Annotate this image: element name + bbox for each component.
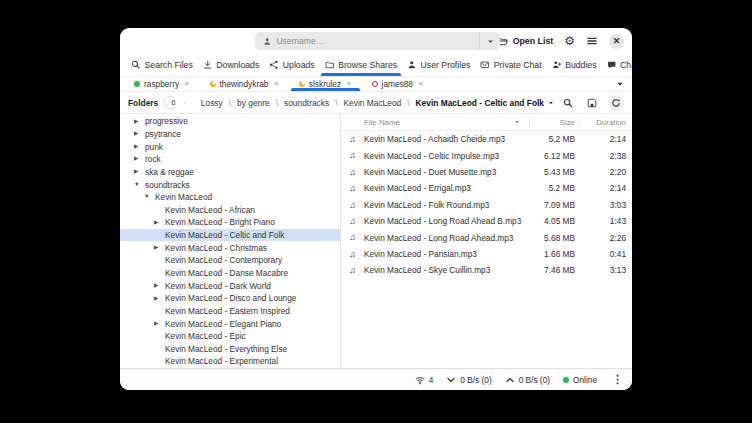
expander-expanded-icon[interactable]: ▼	[144, 194, 155, 200]
open-list-button[interactable]: Open List	[497, 36, 554, 47]
tree-item[interactable]: Kevin MacLeod - Danse Macabre	[120, 267, 340, 280]
tab-user-profiles[interactable]: User Profiles	[402, 54, 475, 76]
tree-item[interactable]: ▶punk	[120, 140, 340, 153]
app-window: Open List ⚙ ✕ Search FilesDownloadsUploa…	[120, 28, 632, 390]
expander-collapsed-icon[interactable]: ▶	[154, 245, 165, 251]
expander-expanded-icon[interactable]: ▼	[134, 182, 145, 188]
table-row[interactable]: ♫Kevin MacLeod - Folk Round.mp37.09 MB3:…	[341, 197, 632, 213]
close-button[interactable]: ✕	[609, 34, 624, 49]
tab-close-icon[interactable]: ✕	[345, 81, 351, 88]
table-row[interactable]: ♫Kevin MacLeod - Errigal.mp35.2 MB2:14	[341, 180, 632, 196]
tree-item[interactable]: Kevin MacLeod - Epic	[120, 330, 340, 343]
breadcrumb-current[interactable]: Kevin MacLeod - Celtic and Folk	[416, 98, 554, 108]
breadcrumb-item[interactable]: Kevin MacLeod	[343, 98, 401, 108]
table-row[interactable]: ♫Kevin MacLeod - Duet Musette.mp35.43 MB…	[341, 164, 632, 180]
expander-collapsed-icon[interactable]: ▶	[154, 283, 165, 289]
tree-item[interactable]: Kevin MacLeod - African	[120, 203, 340, 216]
expander-collapsed-icon[interactable]: ▶	[134, 169, 145, 175]
tab-close-icon[interactable]: ✕	[417, 81, 423, 88]
user-tab-thewindykrab[interactable]: thewindykrab✕	[200, 77, 289, 91]
username-input[interactable]	[276, 36, 471, 46]
titlebar: Open List ⚙ ✕	[120, 28, 632, 54]
tab-private-chat[interactable]: Private Chat	[475, 54, 546, 76]
table-row[interactable]: ♫Kevin MacLeod - Long Road Ahead B.mp34.…	[341, 213, 632, 229]
tree-item-label: Kevin MacLeod - Disco and Lounge	[165, 293, 296, 303]
breadcrumb-item[interactable]: by genre	[237, 98, 270, 108]
breadcrumb-item[interactable]: Lossy	[201, 98, 223, 108]
tab-buddies[interactable]: Buddies	[547, 54, 602, 76]
refresh-button[interactable]	[608, 95, 624, 111]
tab-chat-rooms[interactable]: Chat Rooms	[602, 54, 632, 76]
breadcrumb: Lossy\by genre\soundtracks\Kevin MacLeod…	[201, 98, 554, 108]
table-row[interactable]: ♫Kevin MacLeod - Long Road Ahead.mp35.68…	[341, 229, 632, 245]
user-tab-raspberry[interactable]: raspberry✕	[124, 77, 200, 91]
save-list-button[interactable]	[584, 95, 600, 111]
tab-browse-shares[interactable]: Browse Shares	[320, 54, 402, 76]
tree-item-label: Kevin MacLeod - Christmas	[165, 243, 267, 253]
tree-item[interactable]: ▶rock	[120, 153, 340, 166]
tab-label: Downloads	[216, 60, 259, 70]
user-tab-slskrulez[interactable]: slskrulez✕	[289, 77, 362, 91]
tab-overflow-dropdown-icon[interactable]	[616, 80, 624, 88]
expander-collapsed-icon[interactable]: ▶	[134, 156, 145, 162]
tab-close-icon[interactable]: ✕	[183, 81, 189, 88]
dropdown-arrow-icon	[548, 100, 554, 106]
expander-collapsed-icon[interactable]: ▶	[154, 321, 165, 327]
file-table-header: File Name Size Duration	[341, 114, 632, 131]
breadcrumb-item[interactable]: soundtracks	[284, 98, 329, 108]
music-note-icon: ♫	[341, 233, 364, 242]
table-row[interactable]: ♫Kevin MacLeod - Parisian.mp31.66 MB0:41	[341, 246, 632, 262]
hamburger-menu-icon[interactable]	[586, 35, 598, 47]
file-name-header-label: File Name	[364, 118, 400, 127]
tree-item[interactable]: ▶Kevin MacLeod - Bright Piano	[120, 216, 340, 229]
tree-item-label: punk	[145, 142, 163, 152]
column-header-file-name[interactable]: File Name	[341, 118, 529, 127]
tree-item[interactable]: ▶Kevin MacLeod - Disco and Lounge	[120, 292, 340, 305]
tree-item[interactable]: ▶psytrance	[120, 128, 340, 141]
music-note-icon: ♫	[341, 151, 364, 160]
tab-label: Browse Shares	[338, 60, 397, 70]
file-size-cell: 1.66 MB	[529, 249, 579, 259]
column-header-size[interactable]: Size	[529, 118, 579, 127]
tree-item[interactable]: Kevin MacLeod - Celtic and Folk	[120, 229, 340, 242]
expander-collapsed-icon[interactable]: ▶	[134, 144, 145, 150]
music-note-icon: ♫	[341, 250, 364, 259]
tree-item[interactable]: ▶progressive	[120, 115, 340, 128]
file-duration-cell: 2:14	[579, 134, 632, 144]
username-dropdown-button[interactable]	[479, 32, 500, 50]
tree-item[interactable]: Kevin MacLeod - Eastern Inspired	[120, 305, 340, 318]
expand-all-icon[interactable]	[184, 98, 185, 108]
tree-item[interactable]: ▶ska & reggae	[120, 166, 340, 179]
tree-item[interactable]: ▶Kevin MacLeod - Christmas	[120, 241, 340, 254]
expander-collapsed-icon[interactable]: ▶	[134, 119, 145, 125]
gear-icon[interactable]: ⚙	[564, 35, 575, 47]
tree-item[interactable]: Kevin MacLeod - Everything Else	[120, 343, 340, 356]
expander-collapsed-icon[interactable]: ▶	[154, 296, 165, 302]
tab-downloads[interactable]: Downloads	[198, 54, 264, 76]
tab-uploads[interactable]: Uploads	[264, 54, 319, 76]
tree-item[interactable]: Kevin MacLeod - Experimental	[120, 355, 340, 368]
tab-close-icon[interactable]: ✕	[272, 81, 278, 88]
user-tab-label: james88	[382, 79, 413, 89]
expander-collapsed-icon[interactable]: ▶	[154, 220, 165, 226]
table-row[interactable]: ♫Kevin MacLeod - Celtic Impulse.mp36.12 …	[341, 147, 632, 163]
user-tab-james88[interactable]: james88✕	[362, 77, 434, 91]
username-field[interactable]	[255, 32, 479, 50]
tree-item[interactable]: ▶Kevin MacLeod - Elegant Piano	[120, 317, 340, 330]
download-rate[interactable]: 0 B/s (0)	[446, 375, 491, 385]
expander-collapsed-icon[interactable]: ▶	[134, 131, 145, 137]
tab-search-files[interactable]: Search Files	[126, 54, 198, 76]
upload-rate[interactable]: 0 B/s (0)	[505, 375, 550, 385]
file-duration-cell: 3:03	[579, 200, 632, 210]
column-header-duration[interactable]: Duration	[579, 118, 632, 127]
folder-count-badge: 6,801	[165, 97, 175, 108]
tree-item[interactable]: Kevin MacLeod - Contemporary	[120, 254, 340, 267]
search-folder-button[interactable]	[560, 95, 576, 111]
tree-item[interactable]: ▼Kevin MacLeod	[120, 191, 340, 204]
user-tab-bar: raspberry✕thewindykrab✕slskrulez✕james88…	[120, 77, 632, 92]
kebab-menu-icon[interactable]: ⋮	[610, 373, 625, 386]
tree-item[interactable]: ▼soundtracks	[120, 178, 340, 191]
table-row[interactable]: ♫Kevin MacLeod - Achaidh Cheide.mp35.2 M…	[341, 131, 632, 147]
tree-item[interactable]: ▶Kevin MacLeod - Dark World	[120, 279, 340, 292]
table-row[interactable]: ♫Kevin MacLeod - Skye Cuillin.mp37.46 MB…	[341, 262, 632, 278]
